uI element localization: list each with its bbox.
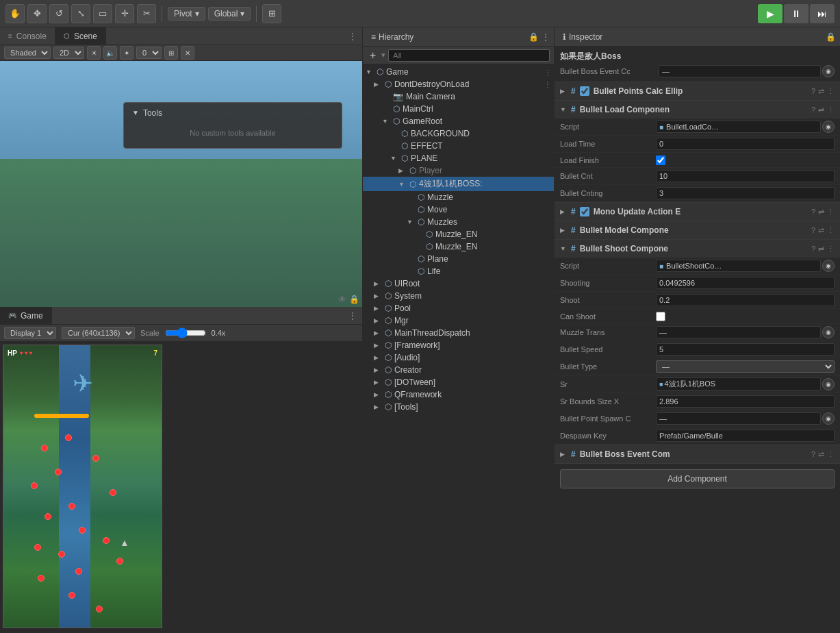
mua-menu-icon[interactable]: ⋮ — [827, 208, 835, 216]
hier-item-game[interactable]: ▼ ⬡ Game ⋮ — [363, 66, 554, 78]
hier-item-plane[interactable]: ▼ ⬡ PLANE — [363, 152, 554, 164]
boss-event-circle-btn[interactable]: ◉ — [822, 65, 835, 77]
hand-tool-btn[interactable]: ✋ — [5, 4, 25, 23]
scene-option1[interactable]: ⊞ — [164, 46, 178, 60]
script-circle-blc[interactable]: ◉ — [822, 121, 835, 133]
tab-inspector[interactable]: ℹ Inspector — [555, 27, 611, 46]
custom-tool-btn[interactable]: ✂ — [137, 4, 156, 23]
hier-item-maincamera[interactable]: 📷 Main Camera — [363, 90, 554, 103]
bpc-enable-check[interactable] — [580, 86, 589, 96]
audio-toggle[interactable]: 🔈 — [103, 46, 117, 60]
hier-item-muzzles[interactable]: ▼ ⬡ Muzzles — [363, 216, 554, 228]
hier-item-qframework[interactable]: ▶ ⬡ QFramework — [363, 388, 554, 401]
play-button[interactable]: ▶ — [758, 4, 782, 23]
insp-lock-btn[interactable]: 🔒 — [822, 32, 840, 42]
gizmos-dropdown[interactable]: 0 — [136, 47, 162, 59]
load-finish-checkbox[interactable] — [656, 156, 665, 165]
hier-item-effect[interactable]: ⬡ EFFECT — [363, 140, 554, 152]
hier-item-muzzle[interactable]: ⬡ Muzzle — [363, 191, 554, 203]
fx-toggle[interactable]: ✦ — [120, 46, 133, 60]
hier-item-dotween[interactable]: ▶ ⬡ [DOTween] — [363, 376, 554, 388]
scale-slider[interactable] — [165, 327, 206, 338]
global-dropdown[interactable]: Global ▾ — [208, 7, 251, 21]
mua-help-icon[interactable]: ? — [811, 208, 815, 216]
rect-tool-btn[interactable]: ▭ — [93, 4, 112, 23]
mua-enable-check[interactable] — [580, 207, 589, 216]
can-shoot-checkbox[interactable] — [656, 312, 665, 321]
bpc-menu-icon[interactable]: ⋮ — [827, 87, 835, 96]
bps-circle-btn[interactable]: ◉ — [822, 412, 835, 425]
bmc-settings-icon[interactable]: ⇌ — [818, 226, 824, 235]
bbe-help-icon[interactable]: ? — [811, 450, 815, 459]
hier-item-mainthreaddispatch[interactable]: ▶ ⬡ MainThreadDispatch — [363, 327, 554, 339]
hier-menu-btn[interactable]: ⋮ — [542, 32, 550, 42]
hier-item-background[interactable]: ⬡ BACKGROUND — [363, 127, 554, 140]
scene-option2[interactable]: ✕ — [181, 46, 194, 60]
tab-hierarchy[interactable]: ≡ Hierarchy — [363, 27, 422, 46]
hier-menu-game[interactable]: ⋮ — [544, 69, 551, 76]
tab-console[interactable]: ≡ Console — [0, 27, 55, 45]
bpc-settings-icon[interactable]: ⇌ — [818, 87, 824, 96]
hier-item-framework[interactable]: ▶ ⬡ [Framework] — [363, 339, 554, 351]
section-header-blc[interactable]: ▼ # Bullet Load Componen ? ⇌ ⋮ — [555, 101, 840, 119]
section-header-bmc[interactable]: ▶ # Bullet Model Compone ? ⇌ ⋮ — [555, 221, 840, 239]
game-panel-menu[interactable]: ⋮ — [343, 311, 362, 321]
hier-item-creator[interactable]: ▶ ⬡ Creator — [363, 364, 554, 376]
hier-item-mainctrl[interactable]: ⬡ MainCtrl — [363, 103, 554, 115]
section-header-bbe[interactable]: ▶ # Bullet Boss Event Com ? ⇌ ⋮ — [555, 445, 840, 463]
rotate-tool-btn[interactable]: ↺ — [49, 4, 68, 23]
hier-item-audio[interactable]: ▶ ⬡ [Audio] — [363, 351, 554, 364]
bsc-settings-icon[interactable]: ⇌ — [818, 245, 824, 253]
add-component-button[interactable]: Add Component — [560, 469, 835, 488]
hier-item-gameroot[interactable]: ▼ ⬡ GameRoot — [363, 115, 554, 127]
hier-item-pool[interactable]: ▶ ⬡ Pool — [363, 302, 554, 314]
bbe-settings-icon[interactable]: ⇌ — [818, 450, 824, 459]
hierarchy-search-input[interactable] — [388, 49, 550, 62]
sr-circle-btn[interactable]: ◉ — [822, 378, 835, 390]
display-dropdown[interactable]: Display 1 — [4, 327, 56, 339]
blc-menu-icon[interactable]: ⋮ — [827, 106, 835, 114]
script-circle-bsc[interactable]: ◉ — [822, 260, 835, 272]
section-header-bsc[interactable]: ▼ # Bullet Shoot Compone ? ⇌ ⋮ — [555, 240, 840, 258]
hier-item-muzzle-en1[interactable]: ⬡ Muzzle_EN — [363, 228, 554, 240]
section-header-bpc[interactable]: ▶ # Bullet Points Calc Ellip ? ⇌ ⋮ — [555, 82, 840, 100]
lock-icon[interactable]: 🔒 — [349, 295, 359, 304]
pause-button[interactable]: ⏸ — [784, 4, 809, 23]
mua-settings-icon[interactable]: ⇌ — [818, 208, 824, 216]
hier-item-mgr[interactable]: ▶ ⬡ Mgr — [363, 314, 554, 327]
hier-item-tools[interactable]: ▶ ⬡ [Tools] — [363, 401, 554, 413]
bmc-menu-icon[interactable]: ⋮ — [827, 226, 835, 235]
blc-settings-icon[interactable]: ⇌ — [818, 106, 824, 114]
twoD-dropdown[interactable]: 2D — [53, 47, 84, 59]
section-header-mua[interactable]: ▶ # Mono Update Action E ? ⇌ ⋮ — [555, 203, 840, 221]
hier-item-uiroot[interactable]: ▶ ⬡ UIRoot — [363, 277, 554, 290]
light-toggle[interactable]: ☀ — [87, 46, 101, 60]
hier-item-muzzle-en2[interactable]: ⬡ Muzzle_EN — [363, 240, 554, 253]
hier-item-life[interactable]: ⬡ Life — [363, 265, 554, 277]
transform-tool-btn[interactable]: ✛ — [115, 4, 134, 23]
hier-item-move[interactable]: ⬡ Move — [363, 203, 554, 216]
bsc-help-icon[interactable]: ? — [811, 245, 815, 253]
shaded-dropdown[interactable]: Shaded — [4, 47, 51, 59]
scale-tool-btn[interactable]: ⤡ — [71, 4, 90, 23]
eye-icon[interactable]: 👁 — [338, 295, 346, 304]
bsc-menu-icon[interactable]: ⋮ — [827, 245, 835, 253]
tab-scene[interactable]: ⬡ Scene — [55, 27, 106, 45]
muzzle-trans-circle-btn[interactable]: ◉ — [822, 326, 835, 338]
hier-item-dontdestroy[interactable]: ▶ ⬡ DontDestroyOnLoad ⋮ — [363, 78, 554, 90]
hier-item-plane2[interactable]: ⬡ Plane — [363, 253, 554, 265]
grid-snap-btn[interactable]: ⊞ — [262, 4, 281, 23]
bpc-help-icon[interactable]: ? — [811, 87, 815, 96]
step-button[interactable]: ⏭ — [810, 4, 835, 23]
bbe-menu-icon[interactable]: ⋮ — [827, 450, 835, 459]
tab-game[interactable]: 🎮 Game — [0, 307, 52, 324]
bmc-help-icon[interactable]: ? — [811, 226, 815, 235]
hierarchy-add-button[interactable]: + — [367, 49, 379, 62]
hier-item-boss[interactable]: ▼ ⬡ 4波1队1机BOSS: — [363, 177, 554, 191]
move-tool-btn[interactable]: ✥ — [27, 4, 47, 23]
scene-panel-menu[interactable]: ⋮ — [343, 32, 362, 41]
resolution-dropdown[interactable]: Cur (640x1136) — [62, 327, 135, 339]
blc-help-icon[interactable]: ? — [811, 106, 815, 114]
hier-item-system[interactable]: ▶ ⬡ System — [363, 290, 554, 302]
hier-item-player[interactable]: ▶ ⬡ Player — [363, 164, 554, 177]
